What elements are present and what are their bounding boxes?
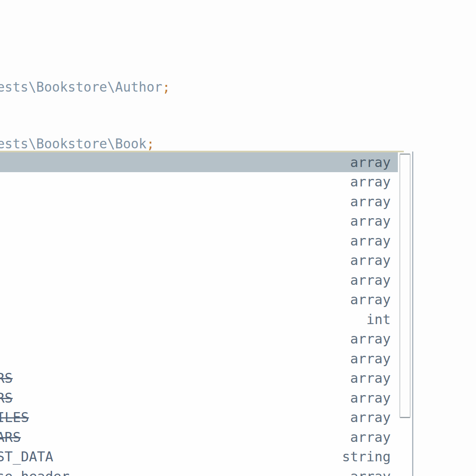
type-label: array: [350, 409, 391, 425]
semicolon: ;: [162, 79, 170, 95]
variable-name-fragment: se_header: [0, 468, 69, 476]
completion-item[interactable]: ST_DATAstring: [0, 447, 398, 467]
completion-item[interactable]: array: [0, 349, 398, 369]
popup-scrollbar-thumb[interactable]: [399, 154, 411, 418]
type-label: array: [350, 272, 391, 288]
code-line[interactable]: ests\Bookstore\Book;: [0, 134, 217, 154]
type-label: array: [350, 351, 391, 367]
type-label: array: [350, 331, 391, 347]
type-label: array: [350, 468, 391, 476]
variable-name-fragment: ARS: [0, 429, 21, 445]
use-statement-text: ests\Bookstore\Author: [0, 79, 162, 95]
type-label: array: [350, 292, 391, 307]
completion-item[interactable]: array: [0, 251, 398, 271]
semicolon: ;: [147, 136, 155, 152]
completion-popup-right-border: [412, 152, 413, 476]
code-line[interactable]: ests\Bookstore\Author;: [0, 78, 217, 97]
type-label: array: [350, 429, 391, 445]
completion-item[interactable]: array: [0, 172, 398, 192]
type-label: int: [367, 311, 391, 327]
completion-item[interactable]: array: [0, 231, 398, 251]
completion-item[interactable]: array: [0, 329, 398, 349]
type-label: array: [350, 174, 391, 190]
use-statement-text: ests\Bookstore\Book: [0, 136, 147, 152]
type-label: string: [342, 449, 391, 464]
type-label: array: [350, 213, 391, 229]
completion-item[interactable]: RSarray: [0, 388, 398, 408]
type-label: array: [350, 194, 391, 209]
type-label: array: [350, 154, 391, 170]
variable-name-fragment: ILES: [0, 409, 29, 425]
variable-name-fragment: RS: [0, 370, 13, 386]
completion-item[interactable]: array: [0, 152, 398, 172]
completion-item[interactable]: ARSarray: [0, 427, 398, 447]
completion-item[interactable]: se_headerarray: [0, 466, 398, 476]
variable-name-fragment: RS: [0, 390, 13, 406]
variable-name-fragment: ST_DATA: [0, 449, 53, 464]
completion-item[interactable]: RSarray: [0, 369, 398, 388]
completion-item[interactable]: array: [0, 290, 398, 310]
completion-item[interactable]: int: [0, 309, 398, 329]
type-label: array: [350, 252, 391, 268]
completion-item[interactable]: array: [0, 270, 398, 290]
completion-item[interactable]: array: [0, 192, 398, 211]
editor-viewport: ests\Bookstore\Author; ests\Bookstore\Bo…: [0, 0, 476, 476]
completion-item[interactable]: array: [0, 211, 398, 231]
type-label: array: [350, 390, 391, 406]
code-completion-popup: array array array array array array arra…: [0, 152, 398, 476]
type-label: array: [350, 233, 391, 249]
completion-item[interactable]: ILESarray: [0, 408, 398, 428]
type-label: array: [350, 370, 391, 386]
